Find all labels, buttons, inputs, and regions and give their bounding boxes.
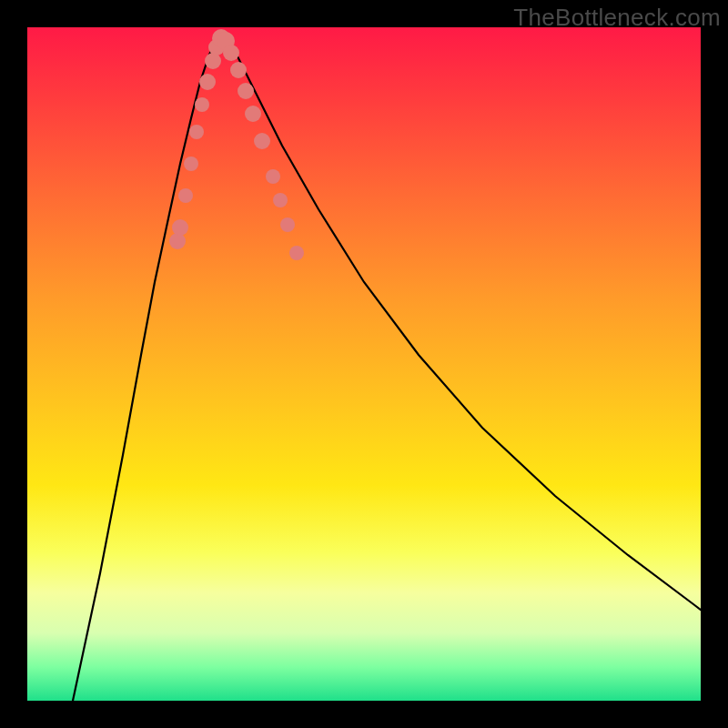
outer-frame: TheBottleneck.com [0,0,728,728]
marker-dot [230,62,247,78]
marker-dot [245,106,261,122]
marker-group [169,29,304,260]
marker-dot [199,74,216,90]
marker-dot [280,217,295,232]
marker-dot [172,219,188,236]
marker-dot [195,97,209,112]
marker-dot [189,125,204,139]
marker-dot [178,188,193,203]
curve-right [221,32,701,610]
curve-layer [27,27,701,701]
plot-area [27,27,701,701]
marker-dot [289,246,304,260]
marker-dot [238,83,254,99]
marker-dot [223,45,239,61]
marker-dot [169,233,186,249]
marker-dot [266,169,280,184]
marker-dot [273,193,288,207]
marker-dot [254,133,270,149]
marker-dot [184,157,198,171]
